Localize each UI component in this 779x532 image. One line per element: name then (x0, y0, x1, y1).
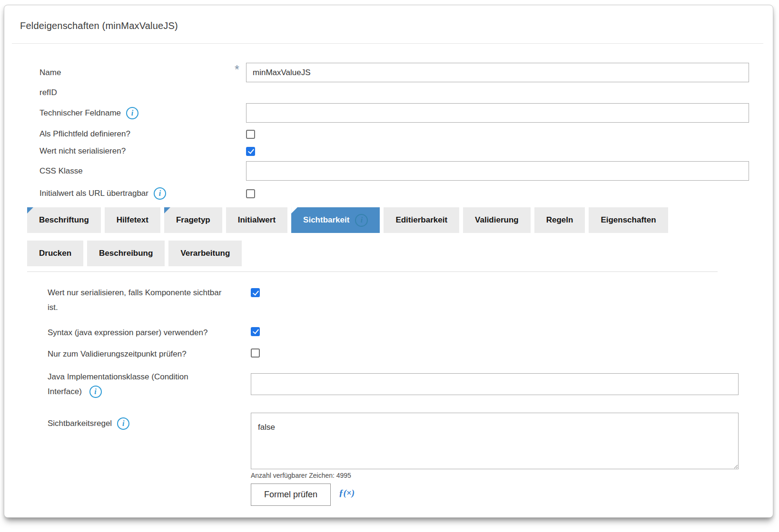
tab-regeln[interactable]: Regeln (534, 207, 585, 233)
java-implementation-class-row: Java Implementationsklasse (Condition In… (48, 369, 773, 399)
tab-content-marker (27, 207, 33, 213)
tab-editierbarkeit[interactable]: Editierbarkeit (384, 207, 459, 233)
title-divider (12, 43, 763, 44)
technical-name-label: Technischer Feldname i (39, 107, 246, 119)
visibility-rule-textarea[interactable]: false (251, 413, 739, 469)
visibility-rule-label: Sichtbarkeitsregel i (48, 413, 251, 431)
refid-label: refID (39, 88, 246, 97)
css-class-label: CSS Klasse (39, 166, 246, 176)
name-input[interactable] (246, 63, 749, 82)
formula-action-row: Formel prüfen ƒ(×) (251, 484, 773, 506)
name-control: * (246, 63, 749, 82)
tab-beschriftung[interactable]: Beschriftung (27, 207, 101, 233)
technical-name-info-icon[interactable]: i (126, 107, 138, 119)
java-implementation-class-info-icon[interactable]: i (89, 386, 102, 398)
page-title: Feldeigenschaften (minMaxValueJS) (20, 20, 773, 31)
tab-hilfetext[interactable]: Hilfetext (105, 207, 160, 233)
initial-url-label: Initialwert als URL übertragbar i (39, 187, 246, 200)
tab-validierung[interactable]: Validierung (463, 207, 531, 233)
name-row: Name * (39, 63, 773, 82)
required-field-label: Als Pflichtfeld definieren? (39, 129, 246, 139)
visibility-tab-panel: Wert nur serialisieren, falls Komponente… (48, 285, 773, 469)
technical-name-row: Technischer Feldname i (39, 103, 773, 123)
tab-initialwert[interactable]: Initialwert (226, 207, 287, 233)
name-label: Name (39, 68, 246, 77)
field-properties-panel: Feldeigenschaften (minMaxValueJS) Name *… (4, 5, 773, 518)
required-field-checkbox[interactable] (246, 130, 255, 139)
java-expression-parser-label: Syntax (java expression parser) verwende… (48, 325, 251, 340)
fx-formula-icon[interactable]: ƒ(×) (339, 488, 355, 498)
tab-content-marker (164, 207, 170, 213)
tab-verarbeitung[interactable]: Verarbeitung (168, 241, 242, 266)
tab-row-2: Drucken Beschreibung Verarbeitung (27, 241, 773, 266)
check-formula-button[interactable]: Formel prüfen (251, 484, 331, 506)
tab-sichtbarkeit[interactable]: Sichtbarkeit i (291, 207, 380, 233)
initial-url-info-icon[interactable]: i (154, 187, 166, 200)
no-serialize-row: Wert nicht serialisieren? (39, 145, 773, 157)
initial-url-row: Initialwert als URL übertragbar i (39, 187, 773, 200)
validation-time-only-row: Nur zum Validierungszeitpunkt prüfen? (48, 347, 773, 359)
css-class-row: CSS Klasse (39, 161, 773, 181)
tab-drucken[interactable]: Drucken (27, 241, 83, 266)
serialize-only-visible-row: Wert nur serialisieren, falls Komponente… (48, 285, 773, 315)
validation-time-only-checkbox[interactable] (251, 348, 260, 358)
refid-row: refID (39, 87, 773, 99)
no-serialize-label: Wert nicht serialisieren? (39, 146, 246, 156)
no-serialize-checkbox[interactable] (246, 147, 255, 156)
serialize-only-visible-checkbox[interactable] (251, 288, 260, 297)
css-class-input[interactable] (246, 161, 749, 181)
java-expression-parser-row: Syntax (java expression parser) verwende… (48, 325, 773, 338)
tab-fragetyp[interactable]: Fragetyp (164, 207, 222, 233)
visibility-rule-info-icon[interactable]: i (117, 417, 129, 430)
java-implementation-class-input[interactable] (251, 373, 739, 395)
java-implementation-class-label: Java Implementationsklasse (Condition In… (48, 369, 251, 399)
visibility-rule-row: Sichtbarkeitsregel i false (48, 413, 773, 469)
validation-time-only-label: Nur zum Validierungszeitpunkt prüfen? (48, 347, 251, 361)
tab-beschreibung[interactable]: Beschreibung (87, 241, 165, 266)
tab-info-icon[interactable]: i (355, 214, 368, 227)
char-counter: Anzahl verfügbarer Zeichen: 4995 (251, 472, 773, 479)
initial-url-checkbox[interactable] (246, 189, 255, 198)
tab-content-divider (27, 271, 718, 272)
general-properties-form: Name * refID Technischer Feldname i Als … (39, 63, 773, 200)
tab-content-marker (291, 207, 297, 213)
tab-bar: Beschriftung Hilfetext Fragetyp Initialw… (27, 207, 773, 266)
serialize-only-visible-label: Wert nur serialisieren, falls Komponente… (48, 285, 251, 315)
required-field-row: Als Pflichtfeld definieren? (39, 128, 773, 140)
technical-name-input[interactable] (246, 103, 749, 123)
tab-row-1: Beschriftung Hilfetext Fragetyp Initialw… (27, 207, 773, 233)
tab-eigenschaften[interactable]: Eigenschaften (589, 207, 668, 233)
java-expression-parser-checkbox[interactable] (251, 327, 260, 336)
required-asterisk: * (235, 63, 239, 77)
